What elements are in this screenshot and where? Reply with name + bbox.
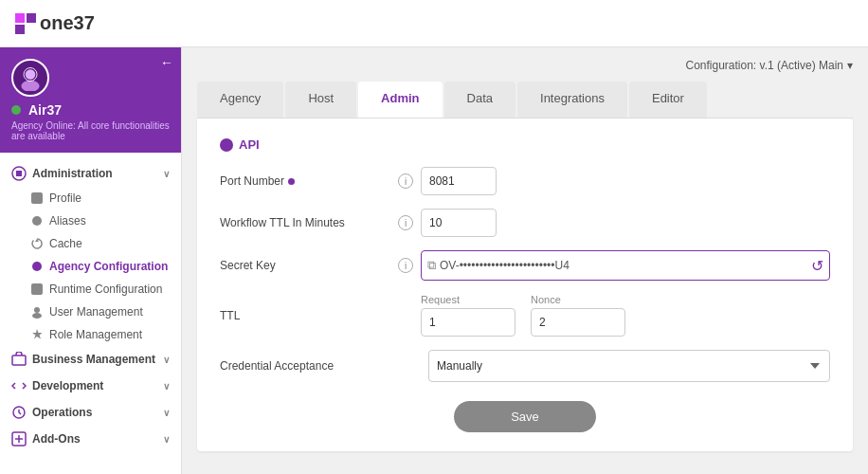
chevron-down-icon: ∨ — [163, 355, 170, 365]
credential-acceptance-select[interactable]: Manually Automatically — [428, 350, 830, 382]
svg-point-12 — [34, 307, 40, 313]
workflow-ttl-input[interactable] — [421, 209, 497, 237]
online-indicator — [11, 105, 21, 115]
sidebar: ← Air37 Agency Online: All core function… — [0, 47, 182, 474]
sidebar-group-label: Add-Ons — [32, 432, 81, 446]
secret-key-input[interactable] — [440, 259, 807, 272]
section-title-label: API — [239, 137, 260, 152]
chevron-down-icon: ∨ — [163, 381, 170, 392]
avatar — [11, 59, 49, 97]
chevron-down-icon: ∨ — [163, 408, 170, 418]
user-status: Agency Online: All core functionalities … — [11, 120, 170, 141]
svg-point-10 — [32, 262, 42, 271]
config-bar: Configuration: v.1 (Active) Main ▾ — [197, 59, 853, 72]
svg-point-13 — [32, 313, 42, 319]
sidebar-nav: Administration ∨ Profile Aliases Cache A… — [0, 153, 181, 474]
sidebar-item-aliases[interactable]: Aliases — [0, 210, 181, 232]
sidebar-item-operations[interactable]: Operations ∨ — [0, 399, 181, 426]
workflow-ttl-info-icon[interactable]: i — [398, 215, 413, 230]
nav-label: Agency Configuration — [49, 260, 168, 273]
logo: one37 — [15, 12, 95, 34]
svg-rect-7 — [16, 171, 22, 176]
logo-icon — [15, 13, 36, 34]
ttl-nonce-group: Nonce — [531, 294, 625, 337]
sidebar-group-label: Operations — [32, 406, 92, 419]
user-name: Air37 — [28, 102, 62, 118]
port-number-row: Port Number i — [220, 167, 830, 195]
refresh-icon[interactable]: ↺ — [811, 257, 823, 275]
secret-key-info-icon[interactable]: i — [398, 258, 413, 273]
secret-key-row: Secret Key i ⧉ ↺ — [220, 250, 830, 281]
top-bar: one37 — [0, 0, 868, 47]
copy-icon[interactable]: ⧉ — [427, 258, 436, 273]
workflow-ttl-row: Workflow TTL In Minutes i — [220, 209, 830, 237]
ttl-nonce-label: Nonce — [531, 294, 625, 305]
ttl-request-input[interactable] — [421, 308, 515, 337]
sidebar-collapse-button[interactable]: ← — [160, 55, 173, 70]
sidebar-item-profile[interactable]: Profile — [0, 187, 181, 210]
sidebar-item-business-management[interactable]: Business Management ∨ — [0, 346, 181, 373]
sidebar-item-development[interactable]: Development ∨ — [0, 373, 181, 399]
required-indicator — [288, 178, 295, 185]
sidebar-user-panel: ← Air37 Agency Online: All core function… — [0, 47, 181, 153]
tab-integrations[interactable]: Integrations — [517, 82, 627, 118]
port-number-label: Port Number — [220, 174, 390, 188]
tabs-bar: Agency Host Admin Data Integrations Edit… — [197, 82, 853, 118]
secret-key-label: Secret Key — [220, 259, 390, 272]
svg-rect-8 — [31, 192, 43, 204]
section-bullet — [220, 138, 233, 152]
chevron-down-icon: ∨ — [163, 434, 170, 445]
tab-admin[interactable]: Admin — [358, 82, 442, 118]
ttl-row: TTL Request Nonce — [220, 294, 830, 337]
svg-point-9 — [32, 216, 42, 226]
svg-rect-0 — [15, 13, 25, 23]
section-title: API — [220, 137, 830, 152]
sidebar-item-role-management[interactable]: Role Management — [0, 323, 181, 346]
svg-rect-11 — [31, 283, 43, 295]
tab-agency[interactable]: Agency — [197, 82, 283, 118]
nav-label: Aliases — [49, 214, 86, 228]
sidebar-item-cache[interactable]: Cache — [0, 232, 181, 255]
workflow-ttl-label: Workflow TTL In Minutes — [220, 216, 390, 229]
config-chevron-icon[interactable]: ▾ — [847, 59, 853, 72]
svg-rect-14 — [12, 356, 26, 365]
ttl-group: Request Nonce — [421, 294, 830, 337]
layout: ← Air37 Agency Online: All core function… — [0, 47, 868, 474]
sidebar-group-label: Business Management — [32, 353, 155, 366]
sidebar-item-agency-configuration[interactable]: Agency Configuration — [0, 255, 181, 278]
save-button[interactable]: Save — [454, 401, 596, 432]
credential-acceptance-row: Credential Acceptance Manually Automatic… — [220, 350, 830, 382]
port-number-info-icon[interactable]: i — [398, 173, 413, 189]
logo-text: one37 — [40, 12, 95, 34]
ttl-nonce-input[interactable] — [531, 308, 625, 337]
svg-point-3 — [26, 69, 36, 80]
admin-card: API Port Number i Workflow TTL In Minute… — [197, 118, 853, 451]
nav-label: Cache — [49, 237, 82, 250]
sidebar-group-label: Administration — [32, 167, 113, 180]
secret-key-wrapper: ⧉ ↺ — [421, 250, 830, 281]
ttl-request-group: Request — [421, 294, 515, 337]
sidebar-item-addons[interactable]: Add-Ons ∨ — [0, 426, 181, 452]
credential-acceptance-label: Credential Acceptance — [220, 359, 390, 373]
sidebar-group-label: Development — [32, 379, 103, 392]
svg-point-4 — [21, 81, 39, 91]
nav-label: Profile — [49, 191, 81, 205]
nav-label: User Management — [49, 305, 143, 319]
sidebar-item-runtime-configuration[interactable]: Runtime Configuration — [0, 278, 181, 301]
sidebar-item-user-management[interactable]: User Management — [0, 301, 181, 323]
tab-host[interactable]: Host — [285, 82, 356, 118]
nav-label: Runtime Configuration — [49, 283, 162, 296]
tab-editor[interactable]: Editor — [629, 82, 707, 118]
port-number-input[interactable] — [421, 167, 497, 195]
main-content: Configuration: v.1 (Active) Main ▾ Agenc… — [182, 47, 868, 474]
ttl-label: TTL — [220, 309, 390, 322]
sidebar-item-administration[interactable]: Administration ∨ — [0, 160, 181, 187]
svg-rect-2 — [15, 25, 25, 34]
ttl-request-label: Request — [421, 294, 515, 305]
config-label[interactable]: Configuration: v.1 (Active) Main — [685, 59, 843, 72]
nav-label: Role Management — [49, 328, 142, 341]
tab-data[interactable]: Data — [444, 82, 515, 118]
chevron-down-icon: ∨ — [163, 169, 170, 179]
svg-rect-1 — [27, 13, 36, 23]
